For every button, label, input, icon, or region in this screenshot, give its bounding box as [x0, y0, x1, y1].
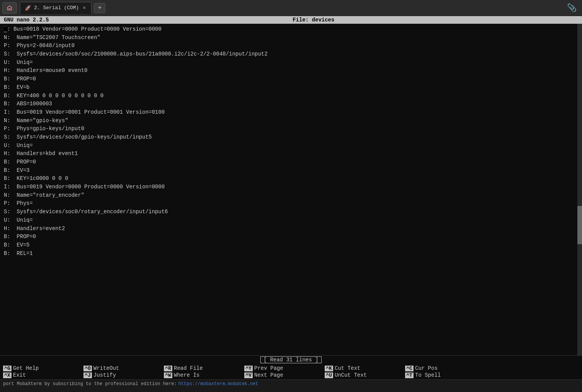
nano-filename: File: devices	[293, 17, 334, 23]
cmd-key: ^K	[325, 366, 333, 371]
cmd-key: ^G	[3, 366, 11, 371]
cmd-key: ^R	[164, 366, 172, 371]
terminal-line: B: EV=5	[4, 241, 578, 250]
tab-bar: 🚀 2. Serial (COM) × + 📎	[0, 0, 582, 16]
tab-icon: 🚀	[25, 5, 31, 11]
nano-command[interactable]: ^RRead File	[162, 365, 243, 372]
terminal-line: H: Handlers=event2	[4, 225, 578, 233]
cmd-label: To Spell	[415, 372, 441, 378]
promo-bar: port MobaXterm by subscribing to the pro…	[0, 379, 582, 388]
cmd-label: WriteOut	[93, 365, 119, 371]
scrollbar-thumb[interactable]	[577, 206, 582, 244]
terminal-line: B: KEY=400 0 0 0 0 0 0 0 0 0 0	[4, 92, 578, 100]
terminal-line: B: EV=3	[4, 167, 578, 175]
nano-commands-row1: ^GGet Help^OWriteOut^RRead File^YPrev Pa…	[2, 365, 580, 372]
serial-com-tab[interactable]: 🚀 2. Serial (COM) ×	[20, 2, 92, 14]
terminal-line: U: Uniq=	[4, 142, 578, 150]
cmd-label: Justify	[93, 372, 116, 378]
terminal-line: P: Phys=2-0048/input0	[4, 42, 578, 50]
nano-command[interactable]: ^GGet Help	[2, 365, 82, 372]
terminal-line: B: EV=b	[4, 83, 578, 92]
terminal-line: H: Handlers=mouse0 event0	[4, 67, 578, 75]
terminal-line: U: Uniq=	[4, 59, 578, 67]
terminal-line: H: Handlers=kbd event1	[4, 150, 578, 158]
cmd-key: ^X	[3, 372, 11, 378]
terminal-line: P: Phys=gpio-keys/input0	[4, 125, 578, 133]
terminal-line: I: Bus=0019 Vendor=0000 Product=0000 Ver…	[4, 183, 578, 191]
cmd-label: Where Is	[174, 372, 199, 378]
terminal-line: B: PROP=0	[4, 75, 578, 83]
cmd-label: UnCut Text	[335, 372, 367, 378]
pin-icon: 📎	[567, 3, 580, 13]
nano-command[interactable]: ^YPrev Page	[243, 365, 323, 372]
cmd-key: ^J	[83, 372, 92, 378]
terminal-content[interactable]: █: Bus=0018 Vendor=0000 Product=0000 Ver…	[0, 24, 582, 355]
terminal-line: I: Bus=0019 Vendor=0001 Product=0001 Ver…	[4, 108, 578, 117]
add-tab-button[interactable]: +	[94, 3, 105, 13]
cmd-key: ^Y	[244, 366, 253, 371]
cmd-label: Next Page	[254, 372, 283, 378]
cmd-key: ^U	[325, 372, 333, 378]
cmd-key: ^V	[244, 372, 253, 378]
nano-version: GNU nano 2.2.5	[4, 17, 49, 23]
nano-commands: ^GGet Help^OWriteOut^RRead File^YPrev Pa…	[0, 364, 582, 379]
cmd-label: Read File	[174, 365, 203, 371]
terminal-line: S: Sysfs=/devices/soc0/soc/2100000.aips-…	[4, 50, 578, 59]
terminal-line: N: Name="TSC2007 Touchscreen"	[4, 34, 578, 42]
status-bar: [ Read 31 lines ]	[0, 355, 582, 364]
cmd-label: Cut Text	[335, 365, 360, 371]
cmd-key: ^C	[405, 366, 414, 371]
nano-command[interactable]: ^JJustify	[82, 372, 162, 379]
terminal-line: N: Name="gpio-keys"	[4, 117, 578, 125]
cmd-key: ^O	[83, 366, 92, 371]
cmd-label: Prev Page	[254, 365, 283, 371]
nano-command[interactable]: ^WWhere Is	[162, 372, 243, 379]
nano-command[interactable]: ^KCut Text	[323, 365, 404, 372]
nano-header: GNU nano 2.2.5 File: devices	[0, 16, 582, 24]
terminal-line: B: REL=1	[4, 250, 578, 258]
nano-commands-row2: ^XExit^JJustify^WWhere Is^VNext Page^UUn…	[2, 372, 580, 379]
tab-label: 2. Serial (COM)	[34, 5, 79, 11]
terminal-line: P: Phys=	[4, 199, 578, 208]
terminal-line: B: PROP=0	[4, 158, 578, 167]
terminal-line: S: Sysfs=/devices/soc0/gpio-keys/input/i…	[4, 133, 578, 142]
terminal-line: S: Sysfs=/devices/soc0/rotary_encoder/in…	[4, 208, 578, 216]
cursor-block: █	[4, 26, 7, 32]
promo-link[interactable]: https://mobaxterm.mobatek.net	[178, 381, 258, 387]
nano-command[interactable]: ^XExit	[2, 372, 82, 379]
cmd-label: Exit	[13, 372, 26, 378]
cmd-label: Get Help	[13, 365, 39, 371]
status-text: [ Read 31 lines ]	[260, 356, 322, 363]
terminal-lines: █: Bus=0018 Vendor=0000 Product=0000 Ver…	[4, 25, 578, 258]
terminal-line: █: Bus=0018 Vendor=0000 Product=0000 Ver…	[4, 25, 578, 34]
scrollbar[interactable]	[577, 24, 582, 355]
terminal-line: B: KEY=1c0000 0 0 0	[4, 175, 578, 183]
cmd-key: ^W	[164, 372, 172, 378]
terminal-line: U: Uniq=	[4, 216, 578, 225]
terminal-line: B: PROP=0	[4, 233, 578, 241]
nano-command[interactable]: ^UUnCut Text	[323, 372, 404, 379]
promo-text: port MobaXterm by subscribing to the pro…	[3, 381, 177, 387]
terminal-line: B: ABS=1000003	[4, 100, 578, 108]
tab-close-button[interactable]: ×	[82, 5, 87, 11]
cmd-key: ^T	[405, 372, 414, 378]
terminal-line: N: Name="rotary_encoder"	[4, 191, 578, 200]
nano-command[interactable]: ^CCur Pos	[404, 365, 484, 372]
nano-command[interactable]: ^OWriteOut	[82, 365, 162, 372]
nano-command[interactable]: ^TTo Spell	[404, 372, 484, 379]
cmd-label: Cur Pos	[415, 365, 438, 371]
nano-command[interactable]: ^VNext Page	[243, 372, 323, 379]
home-tab[interactable]	[2, 2, 17, 14]
